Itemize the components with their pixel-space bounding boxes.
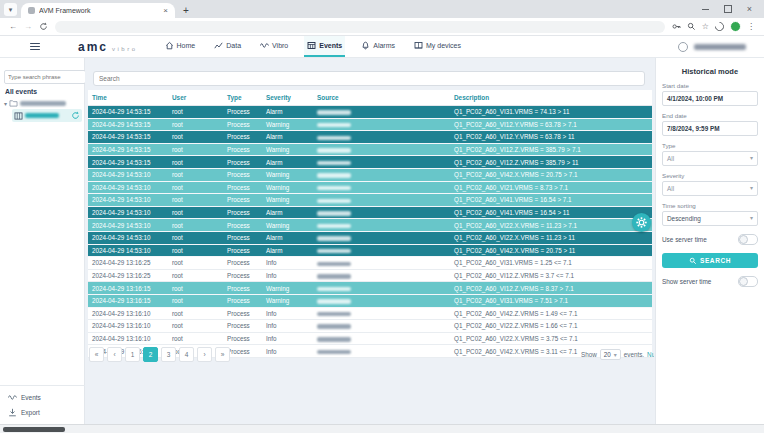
- back-icon[interactable]: ←: [9, 23, 17, 31]
- password-key-icon[interactable]: [672, 22, 681, 31]
- use-server-time-toggle[interactable]: [738, 234, 758, 245]
- forward-icon[interactable]: →: [24, 23, 32, 31]
- redacted-source: [313, 269, 450, 282]
- event-row[interactable]: 2024-04-29 13:16:10rootProcessInfoQ1_PC0…: [88, 320, 652, 333]
- sidebar-search-input[interactable]: [4, 70, 86, 84]
- event-row[interactable]: 2024-04-29 14:53:10rootProcessWarningQ1_…: [88, 181, 652, 194]
- addressbar-icons: ☆ ⋮: [672, 21, 755, 32]
- nav-home[interactable]: Home: [162, 36, 199, 57]
- browser-profile-avatar[interactable]: [730, 21, 741, 32]
- page-button[interactable]: »: [215, 347, 230, 362]
- brand-vibro: vibro: [112, 46, 138, 52]
- tree-collapse-icon[interactable]: ▾: [4, 100, 7, 107]
- browser-tab[interactable]: AVM Framework ×: [21, 3, 175, 18]
- end-date-label: End date: [662, 112, 758, 119]
- new-tab-button[interactable]: +: [183, 5, 189, 16]
- event-row[interactable]: 2024-04-29 13:16:10rootProcessInfoQ1_PC0…: [88, 332, 652, 345]
- end-date-input[interactable]: 7/8/2024, 9:59 PM: [662, 121, 758, 136]
- tab-close-icon[interactable]: ×: [163, 6, 168, 15]
- bookmark-star-icon[interactable]: ☆: [702, 23, 709, 31]
- type-label: Type: [662, 142, 758, 149]
- event-row[interactable]: 2024-04-29 13:16:25rootProcessInfoQ1_PC0…: [88, 257, 652, 270]
- page-button[interactable]: 2: [143, 347, 158, 362]
- page-button[interactable]: 3: [161, 347, 176, 362]
- event-row[interactable]: 2024-04-29 14:53:15rootProcessAlarmQ1_PC…: [88, 131, 652, 144]
- nav-data[interactable]: Data: [211, 36, 244, 57]
- brand-logo: amc vibro: [78, 40, 138, 54]
- scrollbar-thumb[interactable]: [3, 427, 65, 432]
- event-row[interactable]: 2024-04-29 14:53:15rootProcessWarningQ1_…: [88, 118, 652, 131]
- event-row[interactable]: 2024-04-29 14:53:15rootProcessAlarmQ1_PC…: [88, 156, 652, 169]
- browser-menu-icon[interactable]: ⋮: [747, 23, 755, 31]
- chevron-down-icon: ▾: [750, 152, 753, 165]
- tab-search-button[interactable]: ▾: [4, 3, 17, 16]
- nav-events[interactable]: Events: [304, 36, 345, 57]
- events-suffix-label: events.: [624, 351, 644, 358]
- event-row[interactable]: 2024-04-29 13:16:15rootProcessWarningQ1_…: [88, 294, 652, 307]
- show-server-time-toggle[interactable]: [738, 276, 758, 287]
- events-wave-icon: [8, 393, 17, 402]
- extensions-icon[interactable]: [713, 20, 726, 33]
- type-select[interactable]: All ▾: [662, 151, 758, 166]
- col-time[interactable]: Time: [88, 90, 168, 106]
- col-user[interactable]: User: [168, 90, 223, 106]
- events-table-header: Time User Type Severity Source Descripti…: [88, 90, 652, 106]
- tree-group-row[interactable]: ▾: [0, 98, 84, 108]
- event-row[interactable]: 2024-04-29 14:53:10rootProcessAlarmQ1_PC…: [88, 206, 652, 219]
- events-search-input[interactable]: [93, 71, 645, 86]
- event-row[interactable]: 2024-04-29 14:53:10rootProcessAlarmQ1_PC…: [88, 244, 652, 257]
- table-settings-button[interactable]: [632, 213, 651, 232]
- event-row[interactable]: 2024-04-29 13:16:15rootProcessWarningQ1_…: [88, 282, 652, 295]
- event-description: Q1_PC02_A60_VI31.VRMS = 7.51 > 7.1: [450, 294, 652, 307]
- redacted-username[interactable]: [694, 44, 746, 50]
- event-row[interactable]: 2024-04-29 14:53:10rootProcessAlarmQ1_PC…: [88, 231, 652, 244]
- col-source[interactable]: Source: [313, 90, 450, 106]
- page-button[interactable]: 1: [125, 347, 140, 362]
- url-input[interactable]: [55, 21, 665, 33]
- page-size-select[interactable]: 20 ▾: [600, 349, 621, 360]
- menu-hamburger-icon[interactable]: [30, 43, 40, 51]
- reload-icon[interactable]: [39, 22, 48, 31]
- redacted-source: [313, 332, 450, 345]
- nav-my-devices[interactable]: My devices: [411, 36, 464, 57]
- refresh-icon[interactable]: [71, 111, 80, 120]
- chevron-down-icon: ▾: [614, 351, 617, 358]
- tree-device-row[interactable]: [12, 109, 82, 122]
- page-button[interactable]: ‹: [107, 347, 122, 362]
- horizontal-scrollbar[interactable]: [0, 424, 764, 433]
- col-type[interactable]: Type: [223, 90, 262, 106]
- severity-select[interactable]: All ▾: [662, 181, 758, 196]
- page-button[interactable]: 4: [179, 347, 194, 362]
- wave-icon: [260, 41, 269, 50]
- zoom-icon[interactable]: [687, 22, 696, 31]
- app-header: amc vibro Home Data Vibro Events Ala: [0, 36, 764, 58]
- chevron-down-icon: ▾: [750, 182, 753, 195]
- search-button[interactable]: SEARCH: [662, 253, 758, 268]
- col-description[interactable]: Description: [450, 90, 652, 106]
- user-status-icon[interactable]: [678, 42, 688, 52]
- page-button[interactable]: ›: [197, 347, 212, 362]
- nav-vibro[interactable]: Vibro: [257, 36, 291, 57]
- event-row[interactable]: 2024-04-29 14:53:10rootProcessWarningQ1_…: [88, 168, 652, 181]
- event-row[interactable]: 2024-04-29 13:16:25rootProcessInfoQ1_PC0…: [88, 269, 652, 282]
- start-date-input[interactable]: 4/1/2024, 10:00 PM: [662, 91, 758, 106]
- sidebar-export-link[interactable]: Export: [0, 405, 85, 420]
- event-row[interactable]: 2024-04-29 14:53:10rootProcessWarningQ1_…: [88, 219, 652, 232]
- event-row[interactable]: 2024-04-29 13:16:10rootProcessInfoQ1_PC0…: [88, 307, 652, 320]
- event-row[interactable]: 2024-04-29 14:53:15rootProcessWarningQ1_…: [88, 143, 652, 156]
- event-row[interactable]: 2024-04-29 14:53:10rootProcessWarningQ1_…: [88, 194, 652, 207]
- event-description: Q1_PC02_A60_VI41.VRMS = 16.54 > 11: [450, 206, 652, 219]
- panel-title: Historical mode: [662, 67, 758, 76]
- page-button[interactable]: «: [89, 347, 104, 362]
- sidebar-events-link[interactable]: Events: [0, 390, 85, 405]
- window-close-icon[interactable]: ×: [747, 4, 752, 14]
- event-description: Q1_PC02_A60_VI21.VRMS = 8.73 > 7.1: [450, 181, 652, 194]
- minimize-icon[interactable]: [702, 9, 709, 10]
- browser-window: ▾ AVM Framework × + × ← → ☆ ⋮ amc: [0, 0, 764, 433]
- time-sorting-select[interactable]: Descending ▾: [662, 211, 758, 226]
- event-row[interactable]: 2024-04-29 14:53:15rootProcessAlarmQ1_PC…: [88, 106, 652, 119]
- event-description: Q1_PC02_A60_VI12.Y.VRMS = 63.78 > 7.1: [450, 118, 652, 131]
- col-severity[interactable]: Severity: [262, 90, 313, 106]
- nav-alarms[interactable]: Alarms: [358, 36, 398, 57]
- maximize-icon[interactable]: [724, 5, 732, 13]
